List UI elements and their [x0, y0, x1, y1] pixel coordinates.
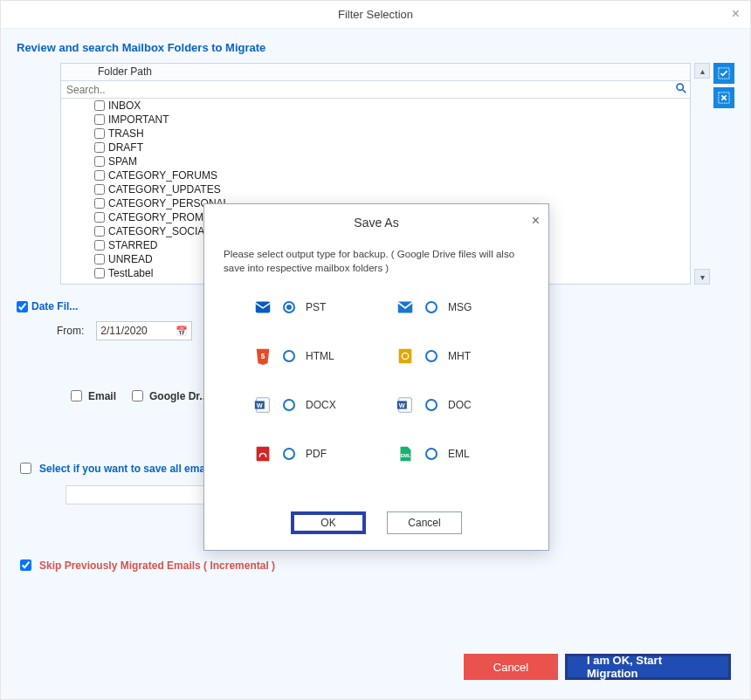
- tree-item-checkbox[interactable]: [94, 240, 105, 250]
- google-drive-checkbox[interactable]: [132, 390, 143, 401]
- window-title: Filter Selection: [338, 8, 413, 21]
- format-label: DOCX: [306, 399, 336, 411]
- tree-item-label: SPAM: [108, 155, 137, 168]
- tree-item-checkbox[interactable]: [94, 114, 105, 125]
- date-filter-checkbox[interactable]: [17, 301, 28, 312]
- tree-item-checkbox[interactable]: [94, 226, 105, 237]
- date-from-input[interactable]: 2/11/2020 📅: [96, 321, 192, 340]
- format-option-pdf[interactable]: PDF: [253, 444, 378, 463]
- titlebar: Filter Selection ×: [1, 1, 750, 29]
- format-radio-msg[interactable]: [425, 301, 438, 313]
- format-label: PST: [306, 301, 326, 313]
- eml-icon: EML: [396, 444, 415, 463]
- date-from-value: 2/11/2020: [100, 325, 147, 337]
- tree-item[interactable]: IMPORTANT: [94, 113, 690, 127]
- format-label: MSG: [448, 301, 472, 313]
- tree-item[interactable]: SPAM: [94, 154, 690, 168]
- save-as-dialog: Save As × Please select output type for …: [203, 203, 549, 551]
- format-radio-pdf[interactable]: [283, 448, 295, 460]
- tree-item-checkbox[interactable]: [94, 156, 105, 167]
- dialog-ok-button[interactable]: OK: [291, 511, 366, 534]
- format-option-doc[interactable]: WDOC: [396, 395, 520, 415]
- tree-item-checkbox[interactable]: [94, 198, 105, 209]
- search-icon[interactable]: [672, 82, 690, 97]
- scroll-up-button[interactable]: ▴: [694, 63, 710, 79]
- svg-text:5: 5: [261, 353, 265, 360]
- tree-item-label: STARRED: [108, 239, 157, 251]
- format-label: HTML: [306, 350, 334, 362]
- tree-item-checkbox[interactable]: [94, 170, 105, 181]
- skip-checkbox[interactable]: [20, 559, 31, 571]
- date-from-label: From:: [57, 325, 84, 337]
- tree-item-checkbox[interactable]: [94, 212, 105, 223]
- content-area: Review and search Mailbox Folders to Mig…: [1, 29, 750, 699]
- svg-text:EML: EML: [401, 453, 411, 458]
- dialog-button-row: OK Cancel: [204, 496, 548, 550]
- tree-item[interactable]: TRASH: [94, 127, 690, 141]
- format-option-pst[interactable]: PST: [253, 298, 378, 317]
- dialog-titlebar: Save As ×: [204, 204, 548, 241]
- format-label: DOC: [448, 399, 472, 411]
- tree-item-label: INBOX: [108, 100, 141, 112]
- email-checkbox[interactable]: [71, 390, 82, 401]
- docx-icon: W: [253, 395, 272, 415]
- svg-line-1: [683, 90, 686, 93]
- tree-item-checkbox[interactable]: [94, 142, 105, 153]
- tree-item[interactable]: INBOX: [94, 99, 690, 113]
- format-label: PDF: [306, 448, 327, 460]
- tree-item-checkbox[interactable]: [94, 128, 105, 139]
- start-migration-button[interactable]: I am OK, Start Migration: [565, 654, 731, 680]
- format-radio-eml[interactable]: [425, 448, 438, 460]
- svg-rect-4: [256, 302, 271, 313]
- tree-item-label: CATEGORY_FORUMS: [108, 169, 217, 182]
- google-drive-label: Google Dr...: [149, 390, 208, 402]
- format-radio-doc[interactable]: [425, 399, 438, 411]
- msg-icon: [396, 298, 415, 317]
- tree-item-label: CATEGORY_SOCIAL: [108, 225, 210, 237]
- format-label: MHT: [448, 350, 471, 362]
- cancel-button[interactable]: Cancel: [464, 654, 558, 680]
- format-radio-html[interactable]: [283, 350, 295, 362]
- format-radio-pst[interactable]: [283, 301, 295, 313]
- tree-item-checkbox[interactable]: [94, 100, 105, 111]
- check-all-button[interactable]: [713, 63, 734, 84]
- tree-item-label: UNREAD: [108, 253, 153, 265]
- svg-text:W: W: [257, 401, 263, 409]
- format-option-msg[interactable]: MSG: [396, 298, 520, 317]
- format-radio-docx[interactable]: [283, 399, 295, 411]
- tree-item-checkbox[interactable]: [94, 254, 105, 264]
- format-option-html[interactable]: 5HTML: [253, 347, 378, 366]
- tree-item-label: IMPORTANT: [108, 113, 169, 126]
- doc-icon: W: [396, 395, 415, 415]
- html-icon: 5: [253, 347, 272, 366]
- uncheck-all-button[interactable]: [713, 87, 734, 108]
- search-input[interactable]: [61, 82, 672, 98]
- skip-label: Skip Previously Migrated Emails ( Increm…: [39, 559, 275, 572]
- calendar-icon: 📅: [176, 326, 188, 337]
- tree-item[interactable]: DRAFT: [94, 141, 690, 154]
- email-label: Email: [88, 390, 116, 402]
- scroll-down-button[interactable]: ▾: [694, 269, 710, 285]
- format-grid: PSTMSG5HTMLMHTWDOCXWDOCPDFEMLEML: [204, 280, 548, 472]
- format-option-mht[interactable]: MHT: [396, 347, 520, 366]
- section-heading: Review and search Mailbox Folders to Mig…: [17, 41, 734, 54]
- format-radio-mht[interactable]: [425, 350, 438, 362]
- tree-item[interactable]: CATEGORY_FORUMS: [94, 168, 690, 182]
- dialog-title: Save As: [354, 216, 398, 230]
- skip-row: Skip Previously Migrated Emails ( Increm…: [17, 557, 734, 573]
- bottom-button-row: Cancel I am OK, Start Migration: [464, 654, 731, 680]
- format-option-docx[interactable]: WDOCX: [253, 395, 378, 415]
- tree-scrollbar: ▴ ▾: [694, 63, 710, 285]
- format-option-eml[interactable]: EMLEML: [396, 444, 520, 463]
- dialog-cancel-button[interactable]: Cancel: [387, 511, 462, 534]
- tree-item[interactable]: CATEGORY_UPDATES: [94, 182, 690, 196]
- dialog-description: Please select output type for backup. ( …: [204, 241, 548, 280]
- tree-item-checkbox[interactable]: [94, 268, 105, 278]
- svg-text:W: W: [399, 401, 405, 409]
- window-close-button[interactable]: ×: [732, 6, 740, 22]
- dialog-close-button[interactable]: ×: [532, 213, 540, 229]
- save-all-checkbox[interactable]: [20, 463, 31, 474]
- tree-item-checkbox[interactable]: [94, 184, 105, 195]
- pst-icon: [253, 298, 272, 317]
- tree-item-label: CATEGORY_UPDATES: [108, 183, 221, 196]
